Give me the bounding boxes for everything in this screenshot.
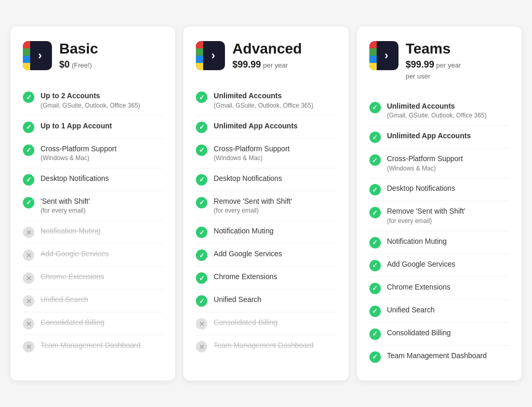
list-item: ✓Unlimited Accounts(Gmail, GSuite, Outlo… [196,86,336,115]
cross-icon: ✕ [23,250,34,261]
list-item: ✓Add Google Services [196,244,336,267]
feature-list-basic: ✓Up to 2 Accounts(Gmail, GSuite, Outlook… [23,86,163,358]
plan-price-teams: $99.99 per yearper user [406,58,461,82]
list-item: ✕Chrome Extensions [23,267,163,290]
plan-header-advanced: › Advanced$99.99 per year [196,41,336,71]
list-item: ✓Unlimited App Accounts [369,126,509,149]
cross-icon: ✕ [23,227,34,238]
feature-text-advanced-0: Unlimited Accounts(Gmail, GSuite, Outloo… [214,91,313,110]
feature-text-advanced-9: Consolidated Billing [214,318,277,328]
chevron-icon: › [211,49,215,62]
list-item: ✓Desktop Notifications [369,178,509,201]
list-item: ✓Add Google Services [369,254,509,277]
feature-text-basic-4: 'Sent with Shift'(for every email) [41,196,90,215]
plan-name-advanced: Advanced [232,41,302,57]
check-icon: ✓ [196,122,207,133]
cross-icon: ✕ [196,341,207,352]
list-item: ✓Desktop Notifications [196,168,336,191]
feature-text-teams-8: Unified Search [387,305,435,316]
list-item: ✓Remove 'Sent with Shift'(for every emai… [369,201,509,231]
plan-card-basic: › Basic$0 (Free!)✓Up to 2 Accounts(Gmail… [10,27,175,380]
feature-text-teams-5: Notification Muting [387,237,447,247]
list-item: ✕Unified Search [23,290,163,312]
feature-text-basic-2: Cross-Platform Support(Windows & Mac) [41,144,116,163]
feature-text-advanced-4: Remove 'Sent with Shift'(for every email… [214,196,292,215]
feature-text-advanced-7: Chrome Extensions [214,272,277,282]
feature-text-basic-10: Team Management Dashboard [41,340,140,351]
list-item: ✓Remove 'Sent with Shift'(for every emai… [196,191,336,221]
check-icon: ✓ [196,174,207,186]
check-icon: ✓ [196,197,207,208]
feature-text-advanced-10: Team Management Dashboard [214,340,313,351]
feature-text-basic-3: Desktop Notifications [41,174,109,184]
feature-list-teams: ✓Unlimited Accounts(Gmail, GSuite, Outlo… [369,96,509,368]
feature-text-advanced-3: Desktop Notifications [214,174,282,184]
list-item: ✓Chrome Extensions [196,267,336,290]
check-icon: ✓ [369,283,381,294]
list-item: ✓Desktop Notifications [23,168,163,191]
feature-sub-teams-4: (for every email) [387,217,466,226]
feature-sub-basic-4: (for every email) [41,206,90,215]
check-icon: ✓ [369,102,381,113]
list-item: ✕Consolidated Billing [196,312,336,335]
list-item: ✓Unified Search [196,290,336,312]
plan-name-teams: Teams [406,41,461,57]
check-icon: ✓ [196,272,207,284]
check-icon: ✓ [369,329,381,340]
feature-text-teams-2: Cross-Platform Support(Windows & Mac) [387,154,463,173]
list-item: ✓Up to 2 Accounts(Gmail, GSuite, Outlook… [23,86,163,115]
feature-text-basic-1: Up to 1 App Account [41,121,112,132]
list-item: ✓Cross-Platform Support(Windows & Mac) [23,139,163,168]
plan-header-basic: › Basic$0 (Free!) [23,41,163,71]
feature-text-basic-0: Up to 2 Accounts(Gmail, GSuite, Outlook,… [41,91,140,110]
cross-icon: ✕ [196,318,207,330]
check-icon: ✓ [196,145,207,156]
plan-card-advanced: › Advanced$99.99 per year✓Unlimited Acco… [183,27,348,380]
feature-text-advanced-1: Unlimited App Accounts [214,121,298,132]
list-item: ✓Chrome Extensions [369,277,509,300]
plan-logo-advanced: › [196,41,225,70]
feature-text-basic-9: Consolidated Billing [41,318,104,328]
plan-logo-basic: › [23,41,52,70]
list-item: ✕Team Management Dashboard [23,335,163,358]
feature-text-teams-4: Remove 'Sent with Shift'(for every email… [387,206,466,225]
check-icon: ✓ [196,250,207,261]
plan-price-basic: $0 (Free!) [59,58,98,71]
list-item: ✓Team Management Dashboard [369,346,509,368]
plan-card-teams: › Teams$99.99 per yearper user✓Unlimited… [357,27,522,380]
feature-sub-teams-2: (Windows & Mac) [387,164,463,173]
feature-text-teams-1: Unlimited App Accounts [387,131,471,141]
feature-sub-advanced-2: (Windows & Mac) [214,154,289,163]
feature-text-advanced-5: Notification Muting [214,226,273,237]
feature-text-teams-3: Desktop Notifications [387,183,456,194]
check-icon: ✓ [196,91,207,103]
list-item: ✕Team Management Dashboard [196,335,336,358]
check-icon: ✓ [23,174,34,186]
check-icon: ✓ [23,122,34,133]
feature-text-teams-7: Chrome Extensions [387,282,450,293]
feature-sub-basic-2: (Windows & Mac) [41,154,116,163]
feature-sub-advanced-4: (for every email) [214,206,292,215]
list-item: ✕Consolidated Billing [23,312,163,335]
feature-text-teams-6: Add Google Services [387,259,456,270]
list-item: ✓Unified Search [369,300,509,323]
check-icon: ✓ [369,237,381,248]
check-icon: ✓ [23,197,34,208]
feature-text-teams-9: Consolidated Billing [387,328,451,338]
chevron-icon: › [38,49,42,62]
list-item: ✓Up to 1 App Account [23,116,163,139]
check-icon: ✓ [23,91,34,103]
feature-text-basic-8: Unified Search [41,295,88,305]
list-item: ✕Add Google Services [23,244,163,267]
list-item: ✓Notification Muting [369,231,509,254]
check-icon: ✓ [196,295,207,307]
check-icon: ✓ [369,132,381,143]
check-icon: ✓ [369,154,381,166]
feature-text-basic-7: Chrome Extensions [41,272,104,282]
price-note-basic: (Free!) [72,61,92,69]
feature-sub-basic-0: (Gmail, GSuite, Outlook, Office 365) [41,101,140,110]
feature-text-advanced-8: Unified Search [214,295,261,305]
feature-sub-teams-0: (Gmail, GSuite, Outlook, Office 365) [387,111,487,120]
check-icon: ✓ [23,145,34,156]
check-icon: ✓ [196,227,207,238]
